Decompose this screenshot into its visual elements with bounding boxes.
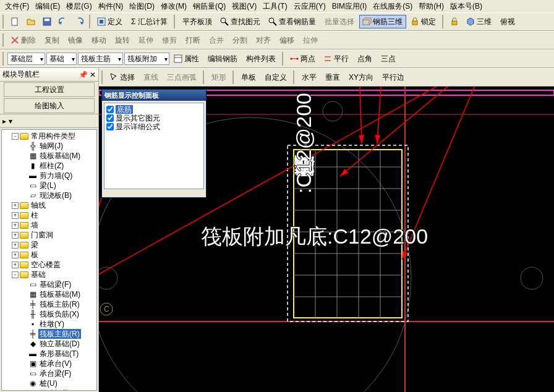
parallel-button[interactable]: 平行 — [320, 52, 352, 66]
svg-text:C: C — [104, 305, 109, 313]
single-slab-button[interactable]: 单板 — [237, 70, 260, 84]
draw-input-button[interactable]: 绘图输入 — [4, 98, 95, 113]
tree-item-selected[interactable]: 筏板主筋(R) — [38, 329, 81, 339]
break-button[interactable]: 打断 — [182, 33, 204, 47]
edit-rebar-button[interactable]: 编辑钢筋 — [204, 52, 241, 66]
two-point-button[interactable]: 两点 — [287, 52, 319, 66]
view-rebar-button[interactable]: 查看钢筋量 — [265, 15, 320, 28]
menu-edit[interactable]: 编辑(E) — [33, 0, 62, 13]
tree-raft[interactable]: 筏板基础(M) — [38, 151, 82, 161]
find-element-button[interactable]: 查找图元 — [217, 15, 264, 28]
tree-expand-icon[interactable]: ▸ — [2, 117, 6, 126]
tree-item[interactable]: 基础板带(W) — [38, 388, 82, 391]
custom-button[interactable]: 自定义 — [261, 70, 291, 84]
tree-item[interactable]: 独立基础(D) — [38, 339, 81, 349]
offset-button[interactable]: 偏移 — [276, 33, 298, 47]
tree-slab[interactable]: 现浇板(B) — [38, 190, 73, 200]
chk-show-other[interactable]: 显示其它图元 — [106, 114, 202, 122]
component-tree[interactable]: -常用构件类型 ╬轴网(J) ▦筏板基础(M) ▮框柱(Z) ▬剪力墙(Q) ▭… — [1, 129, 97, 391]
copy-button[interactable]: 复制 — [41, 33, 63, 47]
vertical-button[interactable]: 垂直 — [322, 70, 344, 84]
select-button[interactable]: 选择 — [106, 70, 138, 84]
addl-rebar-select[interactable]: 筏板附加 — [124, 53, 169, 65]
menu-online[interactable]: 在线服务(S) — [370, 0, 415, 13]
tree-folder[interactable]: 柱 — [30, 210, 40, 220]
tree-folder[interactable]: 板 — [30, 250, 40, 260]
top-view-button[interactable]: 俯视 — [496, 15, 519, 28]
svg-point-27 — [521, 267, 543, 289]
tree-item[interactable]: 筏板主筋(R) — [38, 299, 81, 309]
tree-item[interactable]: 条形基础(T) — [38, 349, 80, 359]
menu-modify[interactable]: 修改(M) — [158, 0, 189, 13]
tree-jichu[interactable]: 基础 — [30, 270, 47, 279]
menu-rebar[interactable]: 钢筋量(Q) — [190, 0, 228, 13]
tree-folder[interactable]: 空心楼盖 — [30, 260, 62, 270]
floor-select[interactable]: 基础层 — [7, 53, 45, 65]
menu-tools[interactable]: 工具(T) — [260, 0, 289, 13]
tree-collapse-icon[interactable]: ▾ — [9, 117, 12, 126]
component-list-button[interactable]: 构件列表 — [242, 52, 279, 66]
tree-item[interactable]: 柱墩(Y) — [38, 319, 66, 329]
align-button[interactable]: 对齐 — [252, 33, 275, 47]
define-button[interactable]: 定义 — [94, 15, 126, 28]
undo-icon[interactable] — [56, 15, 70, 28]
xy-direction-button[interactable]: XY方向 — [345, 70, 377, 84]
new-icon[interactable] — [7, 15, 22, 28]
tree-item[interactable]: 桩(U) — [38, 378, 59, 388]
tree-wall[interactable]: 剪力墙(Q) — [38, 171, 74, 181]
tree-item[interactable]: 筏板负筋(X) — [38, 309, 80, 319]
menu-draw[interactable]: 绘图(D) — [127, 0, 157, 13]
lock-button[interactable]: 锁定 — [407, 15, 440, 28]
menu-version[interactable]: 版本号(B) — [448, 0, 485, 13]
tree-item[interactable]: 筏板基础(M) — [38, 289, 82, 299]
menu-help[interactable]: 帮助(H) — [416, 0, 446, 13]
tree-axis[interactable]: 轴网(J) — [38, 141, 64, 151]
project-settings-button[interactable]: 工程设置 — [4, 82, 95, 97]
save-icon[interactable] — [40, 15, 54, 28]
tree-folder[interactable]: 梁 — [30, 240, 40, 250]
svg-rect-31 — [294, 150, 402, 318]
summary-button[interactable]: Σ 汇总计算 — [127, 15, 171, 28]
menu-bim[interactable]: BIM应用(I) — [330, 0, 370, 13]
menu-component[interactable]: 构件(N) — [96, 0, 126, 13]
main-rebar-select[interactable]: 筏板主筋 — [78, 53, 123, 65]
three-point-button[interactable]: 三点 — [377, 52, 399, 66]
redo-icon[interactable] — [72, 15, 87, 28]
tree-folder[interactable]: 墙 — [30, 220, 40, 230]
rebar-3d-button[interactable]: 钢筋三维 — [359, 15, 406, 28]
rotate-button[interactable]: 旋转 — [111, 33, 134, 47]
tree-folder[interactable]: 轴线 — [30, 200, 47, 210]
point-angle-button[interactable]: 点角 — [354, 52, 376, 66]
tree-root[interactable]: 常用构件类型 — [30, 131, 77, 141]
open-icon[interactable] — [23, 15, 38, 28]
rebar-display-panel[interactable]: 钢筋显示控制面板 底筋 显示其它图元 显示详细公式 — [101, 89, 207, 198]
unlock-icon[interactable] — [447, 15, 462, 28]
attribute-button[interactable]: 属性 — [171, 52, 203, 66]
panel-titlebar[interactable]: 钢筋显示控制面板 — [102, 90, 206, 101]
pin-icon[interactable]: 📌 ✕ — [79, 70, 96, 79]
menu-floor[interactable]: 楼层(G) — [64, 0, 94, 13]
tree-column[interactable]: 框柱(Z) — [38, 161, 65, 171]
horizontal-button[interactable]: 水平 — [298, 70, 320, 84]
menu-cloud[interactable]: 云应用(Y) — [291, 0, 328, 13]
menu-file[interactable]: 文件(F) — [2, 0, 32, 13]
tree-item[interactable]: 承台梁(F) — [38, 369, 72, 378]
mirror-button[interactable]: 镜像 — [64, 33, 87, 47]
move-button[interactable]: 移动 — [88, 33, 110, 47]
chk-bottom-rebar[interactable]: 底筋 — [106, 105, 202, 114]
tree-item[interactable]: 桩承台(V) — [38, 359, 73, 369]
parallel-edge-button[interactable]: 平行边 — [378, 70, 408, 84]
sidebar: 模块导航栏 📌 ✕ 工程设置 绘图输入 ▸ ▾ -常用构件类型 ╬轴网(J) ▦… — [0, 68, 99, 392]
svg-rect-43 — [288, 145, 408, 322]
level-board-button[interactable]: 平齐板顶 — [179, 15, 216, 28]
tree-item[interactable]: 基础梁(F) — [38, 279, 72, 289]
menu-view[interactable]: 视图(V) — [229, 0, 259, 13]
tree-beam[interactable]: 梁(L) — [38, 181, 58, 190]
drawing-canvas[interactable]: C — [99, 87, 554, 392]
3d-button[interactable]: 三维 — [463, 15, 495, 28]
tree-folder[interactable]: 门窗洞 — [30, 230, 54, 240]
delete-button[interactable]: 删除 — [7, 33, 40, 47]
chk-show-formula[interactable]: 显示详细公式 — [106, 122, 202, 131]
split-button[interactable]: 分割 — [229, 33, 251, 47]
category-select[interactable]: 基础 — [46, 53, 77, 65]
